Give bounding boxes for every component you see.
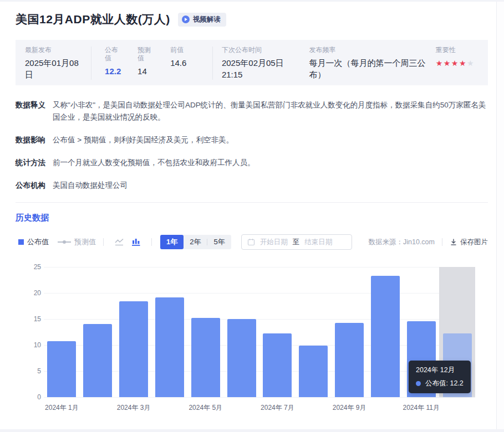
legend-published[interactable]: 公布值 <box>18 237 49 247</box>
line-chart-icon <box>114 237 125 247</box>
header: 美国12月ADP就业人数(万人) 视频解读 <box>16 11 488 28</box>
chart-bar[interactable] <box>335 323 364 397</box>
info-label: 数据释义 <box>16 99 53 124</box>
chart-toolbar: 公布值 预测值 1年 2年 5年 <box>16 234 488 250</box>
chart-bar[interactable] <box>155 297 184 397</box>
bar-chart-toggle-active[interactable] <box>130 237 141 247</box>
calendar-icon <box>247 238 255 246</box>
chart-bar[interactable] <box>191 318 220 397</box>
y-axis-label: 25 <box>16 263 41 271</box>
chart-bar[interactable] <box>47 341 76 397</box>
y-axis-label: 20 <box>16 289 41 297</box>
stats-bar: 最新发布 2025年01月08日 公布值 12.2 预测值 14 前值 14.6… <box>16 40 488 85</box>
range-button-1y[interactable]: 1年 <box>160 235 184 249</box>
info-row-method: 统计方法 前一个月就业人数变化预期值，不包括农业和政府工作人员。 <box>16 157 488 169</box>
y-axis-label: 10 <box>16 341 41 349</box>
tooltip-series-dot-icon <box>416 381 421 386</box>
save-image-button[interactable]: 保存图片 <box>450 238 488 247</box>
info-label: 统计方法 <box>16 157 53 169</box>
info-text: 又称"小非农"，是美国自动数据处理公司ADP统计的、衡量美国私营部门非农就业人数… <box>53 99 488 124</box>
x-axis-label: 2024年 7月 <box>247 403 308 413</box>
stat-label: 最新发布 <box>25 46 91 54</box>
stat-label: 前值 <box>170 46 212 54</box>
x-axis-label: 2024年 9月 <box>319 403 380 413</box>
info-text: 公布值 > 预期值，则利好美国经济及美元，利空非美。 <box>53 134 488 146</box>
stat-forecast-value: 预测值 14 <box>138 46 170 80</box>
legend-published-swatch-icon <box>18 239 24 245</box>
chart-bar[interactable] <box>119 301 148 397</box>
gridline <box>44 397 475 398</box>
stat-value: 14.6 <box>170 57 212 69</box>
star-filled-icon: ★★★★ <box>436 59 467 68</box>
section-divider <box>16 202 488 203</box>
date-range-picker[interactable]: 开始日期 至 结束日期 <box>241 234 352 250</box>
tooltip-row: 公布值: 12.2 <box>416 379 464 388</box>
range-button-2y[interactable]: 2年 <box>184 235 207 249</box>
chart-bar[interactable] <box>83 324 112 397</box>
range-button-5y[interactable]: 5年 <box>207 235 231 249</box>
info-text: 前一个月就业人数变化预期值，不包括农业和政府工作人员。 <box>53 157 488 169</box>
stat-label: 公布值 <box>105 46 119 63</box>
history-chart[interactable]: 2024年 12月 公布值: 12.2 05101520252024年 1月20… <box>16 259 488 425</box>
star-empty-icon: ★ <box>467 59 475 68</box>
stat-label: 发布频率 <box>309 46 435 54</box>
gridline <box>44 293 475 294</box>
info-row-meaning: 数据释义 又称"小非农"，是美国自动数据处理公司ADP统计的、衡量美国私营部门非… <box>16 99 488 124</box>
x-axis-label: 2024年 1月 <box>31 403 92 413</box>
legend-label: 公布值 <box>27 237 49 247</box>
importance-star-rating: ★★★★★ <box>436 58 475 69</box>
chart-tooltip: 2024年 12月 公布值: 12.2 <box>409 361 471 393</box>
start-date-placeholder[interactable]: 开始日期 <box>260 238 288 247</box>
stat-label: 重要性 <box>436 46 475 54</box>
legend-label: 预测值 <box>74 237 96 247</box>
stat-value: 2025年01月08日 <box>25 57 83 80</box>
info-row-agency: 公布机构 美国自动数据处理公司 <box>16 179 488 192</box>
legend-forecast[interactable]: 预测值 <box>58 237 96 247</box>
date-range-separator: 至 <box>293 238 300 247</box>
stat-latest-release: 最新发布 2025年01月08日 <box>16 46 91 80</box>
page-title: 美国12月ADP就业人数(万人) <box>16 12 170 27</box>
download-icon <box>450 238 457 246</box>
info-label: 数据影响 <box>16 134 53 146</box>
line-chart-toggle[interactable] <box>114 237 125 247</box>
stat-next-release-time: 下次公布时间 2025年02月05日 21:15 <box>222 46 309 80</box>
legend-forecast-line-dot-icon <box>58 239 71 245</box>
toolbar-divider <box>442 238 442 246</box>
toolbar-divider <box>151 238 152 246</box>
video-badge-label: 视频解读 <box>193 15 221 24</box>
video-explain-button[interactable]: 视频解读 <box>178 13 226 27</box>
x-axis-label: 2024年 5月 <box>175 403 236 413</box>
chart-bar[interactable] <box>227 319 256 397</box>
chart-bar[interactable] <box>371 276 400 397</box>
save-image-label: 保存图片 <box>460 238 488 247</box>
page-bottom-border <box>0 429 504 432</box>
indicator-descriptions: 数据释义 又称"小非农"，是美国自动数据处理公司ADP统计的、衡量美国私营部门非… <box>16 99 488 192</box>
stat-value-published: 12.2 <box>105 65 138 77</box>
stat-importance: 重要性 ★★★★★ <box>436 46 488 80</box>
end-date-placeholder[interactable]: 结束日期 <box>304 238 332 247</box>
info-text: 美国自动数据处理公司 <box>53 179 488 192</box>
stats-divider <box>91 47 91 80</box>
x-axis-label: 2024年 3月 <box>103 403 164 413</box>
stat-value: 每月一次（每月的第一个周三公布） <box>309 57 435 80</box>
stat-release-frequency: 发布频率 每月一次（每月的第一个周三公布） <box>309 46 435 80</box>
stat-value: 14 <box>138 65 170 77</box>
stat-value: 2025年02月05日 21:15 <box>222 57 309 80</box>
gridline <box>44 267 475 268</box>
stats-divider <box>212 47 213 80</box>
bar-chart-icon <box>130 237 141 247</box>
tooltip-title: 2024年 12月 <box>416 366 464 375</box>
toolbar-divider <box>103 238 104 246</box>
data-source-label: 数据来源：Jin10.com <box>369 238 435 247</box>
page-right-border <box>496 2 504 429</box>
info-row-impact: 数据影响 公布值 > 预期值，则利好美国经济及美元，利空非美。 <box>16 134 488 146</box>
y-axis-label: 15 <box>16 315 41 323</box>
time-range-group: 1年 2年 5年 <box>160 235 231 249</box>
chart-bar[interactable] <box>263 333 292 397</box>
chart-bar[interactable] <box>299 346 328 397</box>
gridline <box>44 319 475 320</box>
indicator-page: 美国12月ADP就业人数(万人) 视频解读 最新发布 2025年01月08日 公… <box>0 2 496 429</box>
tooltip-value: 公布值: 12.2 <box>425 379 464 388</box>
history-data-heading: 历史数据 <box>16 213 488 223</box>
stat-published-value: 公布值 12.2 <box>105 46 138 80</box>
